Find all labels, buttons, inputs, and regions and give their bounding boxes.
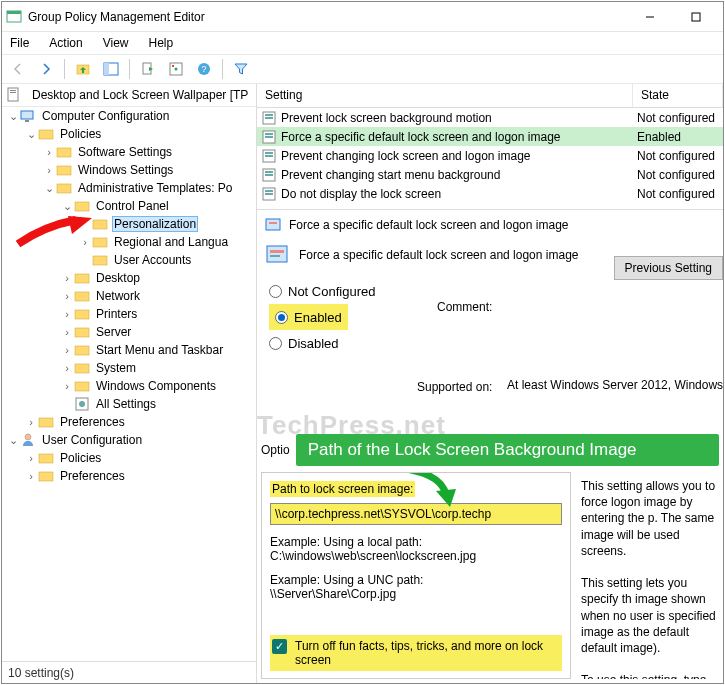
setting-icon	[261, 110, 277, 126]
svg-point-33	[79, 401, 85, 407]
tree-node-desktop[interactable]: Desktop	[94, 271, 142, 285]
list-row-selected[interactable]: Force a specific default lock screen and…	[257, 127, 723, 146]
svg-rect-21	[75, 202, 89, 211]
tree-node-policies2[interactable]: Policies	[58, 451, 103, 465]
tree-twisty[interactable]	[6, 110, 20, 123]
back-button	[6, 57, 30, 81]
checkbox-checked-icon	[272, 639, 287, 654]
help-panel: This setting allows you to force logon i…	[577, 472, 723, 679]
setting-icon	[261, 148, 277, 164]
up-button[interactable]	[71, 57, 95, 81]
tree-twisty[interactable]	[60, 272, 74, 284]
svg-rect-14	[10, 92, 16, 93]
svg-rect-30	[75, 364, 89, 373]
tree-twisty[interactable]	[42, 146, 56, 158]
menu-view[interactable]: View	[99, 34, 133, 52]
tree-twisty[interactable]	[6, 434, 20, 447]
options-row: Optio Path of the Lock Screen Background…	[261, 434, 719, 466]
svg-rect-16	[25, 120, 29, 122]
tree-twisty[interactable]	[60, 380, 74, 392]
tree-root-label: Desktop and Lock Screen Wallpaper [TP	[30, 88, 250, 102]
tree-node-control-panel[interactable]: Control Panel	[94, 199, 171, 213]
tree-node-printers[interactable]: Printers	[94, 307, 139, 321]
help-button[interactable]: ?	[192, 57, 216, 81]
tree-twisty[interactable]	[24, 452, 38, 464]
tree-twisty[interactable]	[78, 236, 92, 248]
menu-file[interactable]: File	[6, 34, 33, 52]
tree-node-software-settings[interactable]: Software Settings	[76, 145, 174, 159]
col-state[interactable]: State	[633, 84, 723, 107]
tree-root[interactable]: Desktop and Lock Screen Wallpaper [TP	[2, 84, 256, 107]
setting-dialog-icon-large	[265, 242, 291, 268]
svg-rect-2	[692, 13, 700, 21]
filter-button[interactable]	[229, 57, 253, 81]
list-row[interactable]: Prevent lock screen background motion No…	[257, 108, 723, 127]
svg-rect-43	[265, 136, 273, 138]
tree-twisty[interactable]	[24, 416, 38, 428]
tree-twisty[interactable]	[42, 182, 56, 195]
list-row[interactable]: Do not display the lock screen Not confi…	[257, 184, 723, 203]
svg-rect-56	[270, 250, 284, 253]
radio-group: Not Configured Enabled Disabled	[257, 274, 723, 360]
tree-node-preferences[interactable]: Preferences	[58, 415, 127, 429]
tree-twisty[interactable]	[60, 362, 74, 374]
tree-node-preferences2[interactable]: Preferences	[58, 469, 127, 483]
folder-icon	[74, 288, 90, 304]
svg-rect-18	[57, 148, 71, 157]
minimize-button[interactable]	[627, 2, 673, 31]
tree-node-network[interactable]: Network	[94, 289, 142, 303]
show-hide-tree-button[interactable]	[99, 57, 123, 81]
supported-value: At least Windows Server 2012, Windows 8 …	[507, 378, 723, 392]
supported-label: Supported on:	[417, 380, 492, 394]
tree-node-windows-settings[interactable]: Windows Settings	[76, 163, 175, 177]
properties-button[interactable]	[164, 57, 188, 81]
tree-node-system[interactable]: System	[94, 361, 138, 375]
tree-node-policies[interactable]: Policies	[58, 127, 103, 141]
tree-node-user-configuration[interactable]: User Configuration	[40, 433, 144, 447]
all-settings-icon	[74, 396, 90, 412]
previous-setting-button[interactable]: Previous Setting	[614, 256, 723, 280]
tree-twisty[interactable]	[60, 200, 74, 213]
tree-twisty[interactable]	[60, 308, 74, 320]
tree-twisty[interactable]	[60, 290, 74, 302]
tree-node-windows-components[interactable]: Windows Components	[94, 379, 218, 393]
svg-rect-55	[267, 246, 287, 262]
tree-twisty[interactable]	[60, 326, 74, 338]
svg-rect-53	[266, 219, 280, 230]
radio-enabled[interactable]: Enabled	[269, 304, 348, 330]
turn-off-fun-facts-checkbox[interactable]: Turn off fun facts, tips, tricks, and mo…	[270, 635, 562, 671]
list-row[interactable]: Prevent changing lock screen and logon i…	[257, 146, 723, 165]
tree-node-admin-templates[interactable]: Administrative Templates: Po	[76, 181, 235, 195]
tree-node-start-menu[interactable]: Start Menu and Taskbar	[94, 343, 225, 357]
folder-icon	[74, 342, 90, 358]
folder-icon	[38, 450, 54, 466]
statusbar: 10 setting(s)	[2, 661, 256, 683]
tree-node-user-accounts[interactable]: User Accounts	[112, 253, 193, 267]
svg-rect-31	[75, 382, 89, 391]
app-icon	[6, 9, 22, 25]
menu-action[interactable]: Action	[45, 34, 86, 52]
svg-rect-23	[93, 238, 107, 247]
tree-twisty[interactable]	[42, 164, 56, 176]
radio-disabled[interactable]: Disabled	[269, 330, 711, 356]
tree-node-computer-configuration[interactable]: Computer Configuration	[40, 109, 171, 123]
svg-rect-36	[39, 454, 53, 463]
menu-help[interactable]: Help	[145, 34, 178, 52]
tree-twisty[interactable]	[24, 128, 38, 141]
tree-twisty[interactable]	[60, 344, 74, 356]
export-button[interactable]	[136, 57, 160, 81]
folder-icon	[74, 378, 90, 394]
forward-button[interactable]	[34, 57, 58, 81]
svg-rect-37	[39, 472, 53, 481]
tree-node-personalization[interactable]: Personalization	[112, 216, 198, 232]
tree-twisty[interactable]	[24, 470, 38, 482]
col-setting[interactable]: Setting	[257, 84, 633, 107]
list-row[interactable]: Prevent changing start menu background N…	[257, 165, 723, 184]
folder-icon	[74, 270, 90, 286]
tree-node-server[interactable]: Server	[94, 325, 133, 339]
user-icon	[20, 432, 36, 448]
tree-node-regional[interactable]: Regional and Langua	[112, 235, 230, 249]
maximize-button[interactable]	[673, 2, 719, 31]
tree-node-all-settings[interactable]: All Settings	[94, 397, 158, 411]
svg-rect-42	[265, 133, 273, 135]
